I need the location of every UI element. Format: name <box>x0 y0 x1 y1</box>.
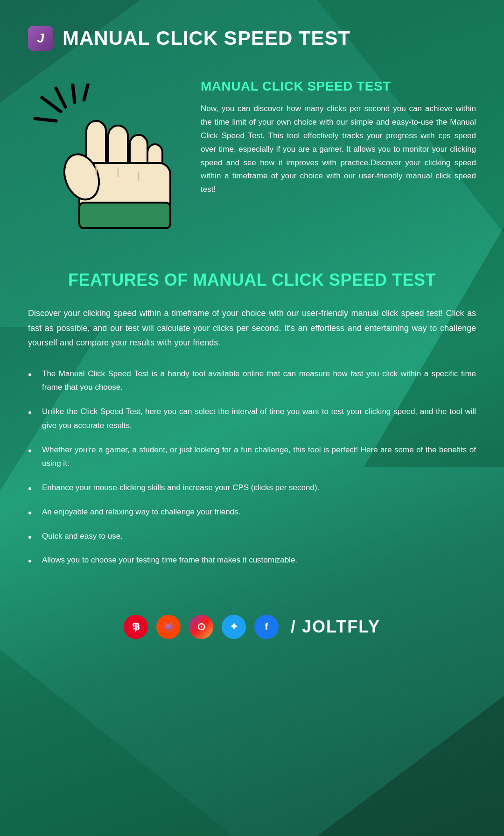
list-item: The Manual Click Speed Test is a handy t… <box>28 367 476 395</box>
features-section: FEATURES OF MANUAL CLICK SPEED TEST Disc… <box>0 261 504 596</box>
background-wrapper: J MANUAL CLICK SPEED TEST <box>0 0 504 836</box>
list-item: Enhance your mouse-clicking skills and i… <box>28 481 476 495</box>
instagram-symbol: ⊙ <box>197 621 205 633</box>
description-section: MANUAL CLICK SPEED TEST Now, you can dis… <box>201 74 476 197</box>
list-item: Quick and easy to use. <box>28 529 476 543</box>
footer-brand: / JOLTFLY <box>291 617 380 637</box>
social-twitter-icon[interactable]: ✦ <box>222 615 246 639</box>
svg-line-4 <box>84 84 89 100</box>
social-reddit-icon[interactable]: 👾 <box>156 615 181 639</box>
logo-letter: J <box>37 31 44 46</box>
svg-rect-11 <box>79 203 170 228</box>
decoration-tri-bottomleft <box>0 649 233 836</box>
twitter-symbol: ✦ <box>230 621 238 633</box>
list-item: Whether you're a gamer, a student, or ju… <box>28 443 476 471</box>
features-intro: Discover your clicking speed within a ti… <box>28 306 476 351</box>
list-item: An enjoyable and relaxing way to challen… <box>28 505 476 519</box>
top-content-section: MANUAL CLICK SPEED TEST Now, you can dis… <box>0 65 504 261</box>
footer: 𝕻 👾 ⊙ ✦ f / JOLTFLY <box>0 596 504 662</box>
decoration-tri-bottomright <box>317 696 504 836</box>
list-item: Allows you to choose your testing time f… <box>28 553 476 567</box>
svg-line-1 <box>35 119 56 121</box>
facebook-symbol: f <box>265 621 268 633</box>
header: J MANUAL CLICK SPEED TEST <box>0 0 504 65</box>
features-title: FEATURES OF MANUAL CLICK SPEED TEST <box>28 270 476 290</box>
hand-cursor-illustration <box>33 84 173 233</box>
reddit-symbol: 👾 <box>162 621 174 632</box>
pinterest-symbol: 𝕻 <box>132 621 140 633</box>
svg-line-0 <box>42 98 61 112</box>
social-instagram-icon[interactable]: ⊙ <box>189 615 213 639</box>
social-facebook-icon[interactable]: f <box>254 615 279 639</box>
svg-line-2 <box>56 88 65 107</box>
list-item: Unlike the Click Speed Test, here you ca… <box>28 405 476 433</box>
social-pinterest-icon[interactable]: 𝕻 <box>124 615 148 639</box>
svg-line-3 <box>72 84 75 102</box>
section-subtitle: MANUAL CLICK SPEED TEST <box>201 79 476 94</box>
section-description: Now, you can discover how many clicks pe… <box>201 102 476 197</box>
features-list: The Manual Click Speed Test is a handy t… <box>28 367 476 568</box>
logo-icon: J <box>28 26 53 51</box>
page-title: MANUAL CLICK SPEED TEST <box>63 27 350 49</box>
hand-image-container <box>28 74 177 233</box>
